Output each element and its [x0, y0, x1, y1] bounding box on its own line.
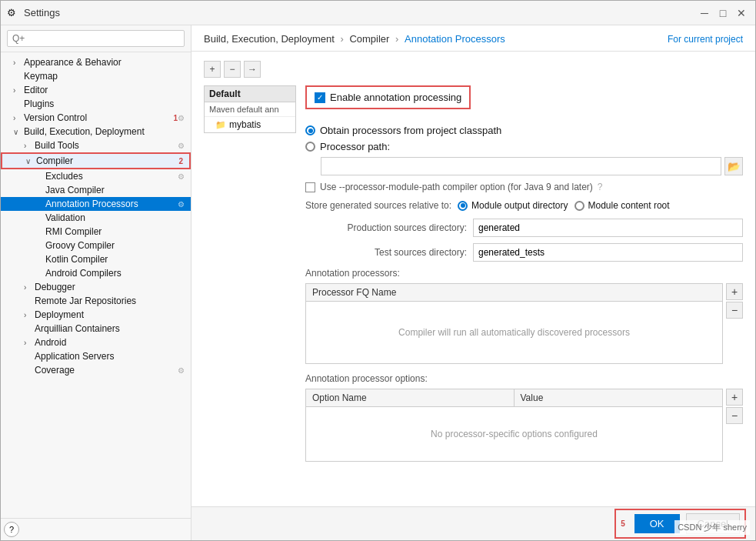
processor-module-checkbox[interactable] — [305, 182, 315, 192]
sidebar-item-label: Android Compilers — [45, 268, 185, 279]
sidebar-item-android-compilers[interactable]: Android Compilers — [1, 266, 191, 280]
navigate-button[interactable]: → — [244, 61, 261, 78]
production-sources-input[interactable] — [473, 219, 743, 237]
sidebar-item-java-compiler[interactable]: Java Compiler — [1, 183, 191, 197]
chevron-right-icon: › — [24, 339, 35, 347]
sidebar-item-validation[interactable]: Validation — [1, 211, 191, 225]
sidebar-item-editor[interactable]: › Editor — [1, 83, 191, 97]
sidebar-item-debugger[interactable]: › Debugger — [1, 280, 191, 294]
default-item[interactable]: Default — [205, 86, 295, 102]
options-empty-label: No processor-specific options configured — [431, 429, 598, 439]
annotation-add-button[interactable]: + — [726, 283, 743, 300]
processor-module-label[interactable]: Use --processor-module-path compiler opt… — [320, 182, 593, 192]
sidebar-item-kotlin-compiler[interactable]: Kotlin Compiler — [1, 252, 191, 266]
sidebar-item-compiler[interactable]: ∨ Compiler 2 — [1, 152, 191, 169]
settings-window: ⚙ Settings ─ □ ✕ › Appearance & Behavior — [0, 0, 756, 541]
module-content-radio[interactable] — [574, 201, 584, 211]
help-icon: ? — [598, 182, 603, 192]
sidebar-item-label: Editor — [24, 85, 185, 95]
sidebar-item-label: Build, Execution, Deployment — [24, 126, 185, 137]
enable-checkbox[interactable]: ✓ — [315, 92, 325, 103]
toolbar-row: + − → — [204, 61, 743, 78]
processor-tree-panel: Default Maven default ann 📁 mybatis — [204, 85, 296, 133]
titlebar-controls: ─ □ ✕ — [697, 5, 749, 21]
titlebar: ⚙ Settings ─ □ ✕ — [1, 1, 755, 25]
ok-button[interactable]: OK — [634, 514, 680, 533]
help-button[interactable]: ? — [4, 522, 19, 537]
close-button[interactable]: ✕ — [734, 5, 749, 21]
minimize-button[interactable]: ─ — [697, 5, 712, 21]
maven-default-item[interactable]: Maven default ann — [205, 102, 295, 117]
sidebar-item-label: Coverage — [35, 365, 178, 376]
processor-path-label[interactable]: Processor path: — [320, 141, 390, 152]
browse-button[interactable]: 📂 — [724, 157, 743, 175]
sidebar-item-label: Java Compiler — [45, 185, 185, 195]
test-sources-input[interactable] — [473, 243, 743, 262]
mybatis-item[interactable]: 📁 mybatis — [205, 117, 295, 132]
project-link[interactable]: For current project — [668, 34, 743, 45]
enable-checkbox-label[interactable]: Enable annotation processing — [330, 92, 461, 103]
sidebar-item-build-tools[interactable]: › Build Tools ⚙ — [1, 139, 191, 152]
gear-icon: ⚙ — [178, 172, 185, 181]
sidebar-item-plugins[interactable]: Plugins — [1, 97, 191, 111]
sidebar-item-arquillian-containers[interactable]: Arquillian Containers — [1, 322, 191, 336]
annotation-options-table: Option Name Value No processor-specific … — [305, 389, 723, 462]
module-output-label[interactable]: Module output directory — [471, 200, 568, 211]
sidebar-item-groovy-compiler[interactable]: Groovy Compiler — [1, 239, 191, 252]
check-icon: ✓ — [317, 93, 323, 102]
processor-fq-name-header: Processor FQ Name — [306, 284, 722, 301]
chevron-right-icon: › — [13, 114, 24, 122]
content-split: Default Maven default ann 📁 mybatis — [204, 85, 743, 471]
sidebar-item-remote-jar-repositories[interactable]: Remote Jar Repositories — [1, 294, 191, 308]
sidebar-item-coverage[interactable]: Coverage ⚙ — [1, 363, 191, 377]
sidebar-item-version-control[interactable]: › Version Control 1 ⚙ — [1, 111, 191, 125]
module-content-option: Module content root — [574, 200, 670, 211]
sidebar-item-keymap[interactable]: Keymap — [1, 69, 191, 83]
sidebar-item-label: Validation — [45, 212, 185, 223]
add-button[interactable]: + — [204, 61, 221, 78]
search-input[interactable] — [7, 30, 185, 47]
options-add-button[interactable]: + — [726, 389, 743, 406]
sidebar-item-label: Excludes — [45, 171, 178, 182]
store-sources-row: Store generated sources relative to: Mod… — [305, 200, 743, 211]
watermark: CSDN 少年 sherry — [674, 520, 750, 535]
processor-path-row: Processor path: — [305, 141, 743, 152]
chevron-right-icon: › — [13, 86, 24, 95]
sidebar-item-excludes[interactable]: Excludes ⚙ — [1, 169, 191, 183]
sidebar-item-label: Kotlin Compiler — [45, 254, 185, 265]
mybatis-label: mybatis — [229, 119, 261, 130]
obtain-processors-label[interactable]: Obtain processors from project classpath — [320, 125, 501, 136]
sidebar-item-build-execution-deployment[interactable]: ∨ Build, Execution, Deployment — [1, 125, 191, 139]
production-sources-label: Production sources directory: — [305, 222, 467, 233]
annotation-remove-button[interactable]: − — [726, 302, 743, 319]
sidebar-item-annotation-processors[interactable]: Annotation Processors ⚙ — [1, 197, 191, 211]
sidebar-item-deployment[interactable]: › Deployment — [1, 308, 191, 322]
maximize-button[interactable]: □ — [715, 5, 731, 21]
right-panel: ✓ Enable annotation processing Obtain pr… — [305, 85, 743, 471]
module-output-radio[interactable] — [458, 201, 468, 211]
annotation-options-table-wrapper: Option Name Value No processor-specific … — [305, 389, 743, 462]
sidebar-item-application-servers[interactable]: Application Servers — [1, 349, 191, 363]
breadcrumb-current: Annotation Processors — [405, 33, 505, 45]
main-area: › Appearance & Behavior Keymap › Editor … — [1, 25, 755, 540]
obtain-processors-radio[interactable] — [305, 125, 315, 135]
gear-icon: ⚙ — [178, 200, 185, 209]
content-body: + − → Default Maven default ann 📁 mybati… — [191, 52, 755, 506]
processor-path-input[interactable] — [321, 157, 721, 175]
options-table-buttons: + − — [726, 389, 743, 462]
sidebar-item-android[interactable]: › Android — [1, 336, 191, 349]
options-remove-button[interactable]: − — [726, 407, 743, 424]
sidebar-item-rmi-compiler[interactable]: RMI Compiler — [1, 225, 191, 239]
folder-icon: 📁 — [215, 120, 226, 130]
processor-path-radio[interactable] — [305, 142, 315, 152]
use-processor-module-row: Use --processor-module-path compiler opt… — [305, 182, 743, 192]
test-sources-row: Test sources directory: — [305, 243, 743, 262]
sidebar-item-appearance-behavior[interactable]: › Appearance & Behavior — [1, 55, 191, 69]
sidebar: › Appearance & Behavior Keymap › Editor … — [1, 25, 191, 540]
enable-box-container: ✓ Enable annotation processing — [305, 85, 743, 117]
breadcrumb-part-1: Build, Execution, Deployment — [204, 33, 335, 45]
chevron-right-icon: › — [24, 283, 35, 292]
module-content-label[interactable]: Module content root — [588, 200, 670, 211]
remove-button[interactable]: − — [224, 61, 241, 78]
sidebar-item-label: Appearance & Behavior — [24, 57, 185, 68]
